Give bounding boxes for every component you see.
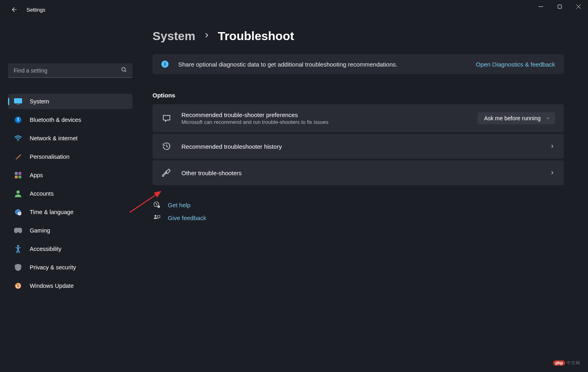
sidebar-item-bluetooth[interactable]: Bluetooth & devices	[8, 112, 132, 127]
sidebar-item-accessibility[interactable]: Accessibility	[8, 241, 132, 257]
minimize-icon	[539, 4, 543, 9]
wrench-icon	[161, 168, 172, 178]
gamepad-icon	[14, 226, 22, 235]
sidebar-item-gaming[interactable]: Gaming	[8, 223, 132, 238]
search-icon	[121, 67, 127, 74]
sidebar-item-network[interactable]: Network & internet	[8, 131, 132, 146]
svg-point-14	[16, 190, 20, 194]
search-input[interactable]	[14, 67, 121, 74]
sidebar-item-personalisation[interactable]: Personalisation	[8, 149, 132, 164]
svg-point-20	[17, 245, 19, 247]
breadcrumb-current: Troubleshoot	[218, 29, 294, 43]
sidebar-item-label: Bluetooth & devices	[30, 117, 81, 123]
svg-rect-11	[18, 172, 21, 175]
sidebar-item-label: Apps	[30, 172, 43, 178]
watermark-text: 中文网	[567, 360, 580, 366]
watermark-badge: php	[553, 360, 565, 366]
person-icon	[14, 189, 22, 198]
apps-icon	[14, 171, 22, 180]
sidebar-item-label: Privacy & security	[30, 264, 76, 271]
diagnostics-banner: i Share optional diagnostic data to get …	[153, 54, 564, 74]
svg-rect-10	[15, 172, 18, 175]
sidebar-item-privacy[interactable]: Privacy & security	[8, 260, 132, 275]
search-box[interactable]	[8, 63, 132, 78]
chat-icon	[161, 113, 172, 123]
dropdown-value: Ask me before running	[484, 115, 541, 121]
card-preferences[interactable]: Recommended trouble-shooter preferences …	[153, 104, 564, 132]
link-text: Get help	[168, 202, 191, 208]
chevron-down-icon	[545, 116, 550, 121]
shield-icon	[14, 263, 22, 272]
bluetooth-icon	[14, 115, 22, 124]
get-help-link[interactable]: Get help	[153, 201, 564, 208]
info-icon: i	[161, 61, 169, 68]
banner-text: Share optional diagnostic data to get ad…	[178, 61, 468, 68]
chevron-right-icon	[549, 144, 555, 149]
svg-rect-12	[15, 176, 18, 178]
maximize-icon	[557, 4, 562, 9]
close-button[interactable]	[569, 0, 588, 13]
sidebar-item-system[interactable]: System	[8, 94, 132, 109]
svg-point-4	[122, 68, 126, 71]
chevron-right-icon	[203, 31, 211, 41]
sidebar-item-label: Time & language	[30, 209, 73, 215]
give-feedback-link[interactable]: Give feedback	[153, 214, 564, 221]
breadcrumb-parent[interactable]: System	[153, 29, 195, 43]
preferences-dropdown[interactable]: Ask me before running	[478, 112, 555, 124]
card-title: Other trouble-shooters	[181, 170, 549, 176]
wifi-icon	[14, 134, 22, 143]
sidebar-item-apps[interactable]: Apps	[8, 168, 132, 183]
sidebar-item-label: Accessibility	[30, 246, 61, 252]
back-button[interactable]	[7, 2, 22, 17]
minimize-button[interactable]	[531, 0, 550, 13]
watermark: php 中文网	[553, 360, 580, 366]
maximize-button[interactable]	[550, 0, 569, 13]
svg-line-5	[125, 71, 126, 72]
feedback-icon	[153, 214, 161, 221]
arrow-left-icon	[11, 6, 18, 13]
sidebar-item-update[interactable]: Windows Update	[8, 278, 132, 293]
svg-point-9	[18, 140, 18, 141]
card-other-troubleshooters[interactable]: Other trouble-shooters	[153, 160, 564, 185]
app-title: Settings	[26, 7, 45, 13]
card-title: Recommended trouble-shooter preferences	[181, 111, 478, 118]
open-diagnostics-link[interactable]: Open Diagnostics & feedback	[476, 61, 555, 68]
sidebar-item-label: Windows Update	[30, 283, 74, 289]
card-history[interactable]: Recommended troubleshooter history	[153, 134, 564, 159]
breadcrumb: System Troubleshoot	[153, 29, 564, 43]
section-title: Options	[153, 92, 564, 99]
card-subtitle: Microsoft can recommend and run trouble-…	[181, 119, 478, 125]
sidebar-item-label: System	[30, 98, 49, 105]
monitor-icon	[14, 97, 22, 106]
update-icon	[14, 281, 22, 290]
link-text: Give feedback	[168, 214, 206, 221]
sidebar-item-time-language[interactable]: Time & language	[8, 204, 132, 220]
chevron-right-icon	[549, 170, 555, 176]
svg-rect-1	[558, 5, 562, 8]
globe-clock-icon	[14, 208, 22, 216]
card-title: Recommended troubleshooter history	[181, 143, 549, 150]
sidebar-item-label: Personalisation	[30, 154, 69, 160]
svg-rect-7	[16, 104, 20, 105]
sidebar-item-label: Accounts	[30, 190, 54, 197]
svg-point-24	[155, 215, 157, 217]
sidebar-item-label: Network & internet	[30, 135, 77, 142]
sidebar-item-label: Gaming	[30, 227, 50, 234]
accessibility-icon	[14, 245, 22, 253]
paintbrush-icon	[14, 152, 22, 161]
help-icon	[153, 201, 161, 208]
history-icon	[161, 141, 172, 152]
sidebar: System Bluetooth & devices Network & int…	[0, 19, 140, 372]
sidebar-item-accounts[interactable]: Accounts	[8, 186, 132, 201]
svg-rect-6	[14, 98, 22, 103]
close-icon	[576, 4, 581, 9]
svg-rect-13	[18, 176, 21, 178]
main-content: System Troubleshoot i Share optional dia…	[140, 19, 588, 372]
